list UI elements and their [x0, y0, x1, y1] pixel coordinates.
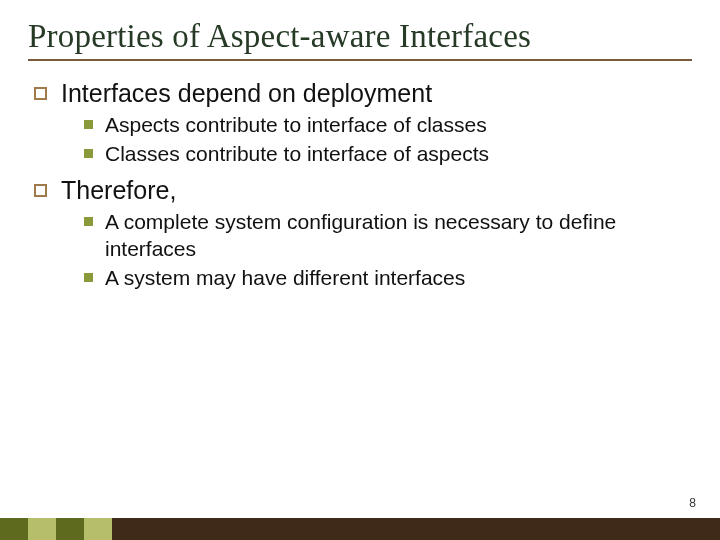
square-solid-icon [84, 149, 93, 158]
square-outline-icon [34, 87, 47, 100]
subbullet-text: Classes contribute to interface of aspec… [105, 141, 489, 168]
slide-title: Properties of Aspect-aware Interfaces [28, 18, 692, 61]
bullet-text: Interfaces depend on deployment [61, 79, 432, 108]
slide: Properties of Aspect-aware Interfaces In… [0, 0, 720, 540]
bullet-level2: A complete system configuration is neces… [84, 209, 692, 263]
footer-accent [0, 518, 28, 540]
subbullet-text: Aspects contribute to interface of class… [105, 112, 487, 139]
bullet-level2: Classes contribute to interface of aspec… [84, 141, 692, 168]
subbullet-text: A complete system configuration is neces… [105, 209, 665, 263]
bullet-level1: Interfaces depend on deployment [34, 79, 692, 108]
square-solid-icon [84, 217, 93, 226]
footer-bar [0, 518, 720, 540]
bullet-level1: Therefore, [34, 176, 692, 205]
square-solid-icon [84, 120, 93, 129]
footer-accent [112, 518, 720, 540]
square-outline-icon [34, 184, 47, 197]
bullet-text: Therefore, [61, 176, 176, 205]
bullet-level2: A system may have different interfaces [84, 265, 692, 292]
bullet-level2: Aspects contribute to interface of class… [84, 112, 692, 139]
square-solid-icon [84, 273, 93, 282]
page-number: 8 [689, 496, 696, 510]
footer-accent [28, 518, 56, 540]
footer-accent [56, 518, 84, 540]
subbullet-text: A system may have different interfaces [105, 265, 465, 292]
slide-content: Interfaces depend on deployment Aspects … [28, 79, 692, 291]
footer-accent [84, 518, 112, 540]
